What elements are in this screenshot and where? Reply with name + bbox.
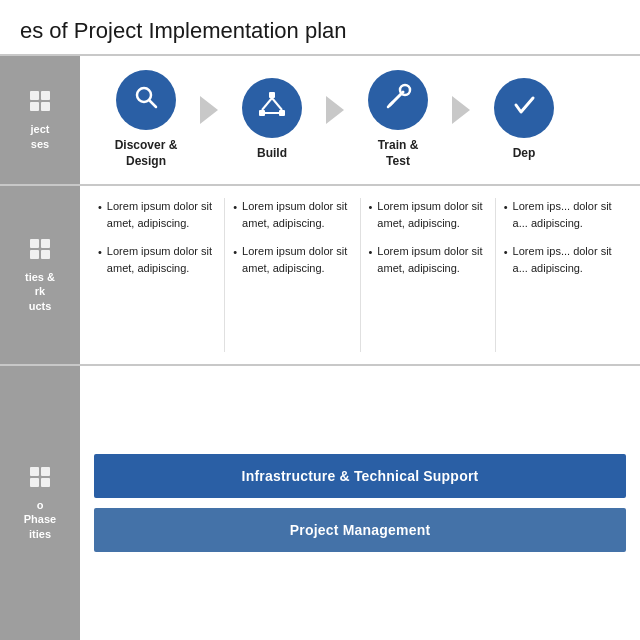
phases-content: Discover &Design bbox=[80, 56, 640, 184]
bullet-text: Lorem ipsum dolor sit amet, adipiscing. bbox=[377, 198, 486, 231]
bullet-dot: • bbox=[504, 244, 508, 276]
pm-banner-text: Project Management bbox=[290, 522, 431, 538]
svg-point-13 bbox=[400, 85, 410, 95]
deliverables-label: ties &rkucts bbox=[0, 186, 80, 364]
row-phases: jectses Discover &Design bbox=[0, 56, 640, 186]
bullet-text: Lorem ips... dolor sit a... adipiscing. bbox=[513, 198, 622, 231]
arrow-2 bbox=[322, 96, 348, 124]
crossphase-content: Infrastructure & Technical Support Proje… bbox=[80, 366, 640, 640]
arrow-1 bbox=[196, 96, 222, 124]
list-item: • Lorem ipsum dolor sit amet, adipiscing… bbox=[233, 243, 351, 276]
svg-rect-19 bbox=[30, 467, 39, 476]
phase-circle-deploy bbox=[494, 78, 554, 138]
arrow-3 bbox=[448, 96, 474, 124]
svg-rect-22 bbox=[41, 478, 50, 487]
svg-rect-20 bbox=[41, 467, 50, 476]
phases-label-text: jectses bbox=[31, 122, 50, 151]
deliverables-label-text: ties &rkucts bbox=[25, 270, 55, 313]
page-container: es of Project Implementation plan jectse… bbox=[0, 0, 640, 640]
bullet-text: Lorem ipsum dolor sit amet, adipiscing. bbox=[242, 198, 351, 231]
bullet-text: Lorem ipsum dolor sit amet, adipiscing. bbox=[242, 243, 351, 276]
svg-rect-15 bbox=[30, 239, 39, 248]
infra-banner-text: Infrastructure & Technical Support bbox=[242, 468, 479, 484]
title-area: es of Project Implementation plan bbox=[0, 0, 640, 54]
phase-discover: Discover &Design bbox=[96, 70, 196, 169]
svg-rect-16 bbox=[41, 239, 50, 248]
svg-rect-1 bbox=[41, 91, 50, 100]
bullet-dot: • bbox=[504, 199, 508, 231]
search-icon bbox=[131, 82, 161, 119]
bullet-text: Lorem ipsum dolor sit amet, adipiscing. bbox=[377, 243, 486, 276]
phases-label: jectses bbox=[0, 56, 80, 184]
network-icon bbox=[257, 90, 287, 127]
crossphase-label-text: oPhaseities bbox=[24, 498, 56, 541]
list-item: • Lorem ipsum dolor sit amet, adipiscing… bbox=[369, 243, 487, 276]
list-item: • Lorem ipsum dolor sit amet, adipiscing… bbox=[233, 198, 351, 231]
bullet-text: Lorem ipsum dolor sit amet, adipiscing. bbox=[107, 243, 216, 276]
crossphase-label-icon bbox=[28, 465, 52, 494]
svg-rect-3 bbox=[41, 102, 50, 111]
svg-line-10 bbox=[272, 98, 282, 110]
arrow-shape-1 bbox=[200, 96, 218, 124]
list-item: • Lorem ipsum dolor sit amet, adipiscing… bbox=[369, 198, 487, 231]
phase-circle-discover bbox=[116, 70, 176, 130]
deliverable-col-1: • Lorem ipsum dolor sit amet, adipiscing… bbox=[90, 198, 225, 352]
deliverable-col-2: • Lorem ipsum dolor sit amet, adipiscing… bbox=[225, 198, 360, 352]
phase-label-build: Build bbox=[257, 146, 287, 162]
arrow-shape-2 bbox=[326, 96, 344, 124]
bullet-text: Lorem ips... dolor sit a... adipiscing. bbox=[513, 243, 622, 276]
phase-label-train: Train &Test bbox=[378, 138, 419, 169]
svg-line-5 bbox=[150, 100, 157, 107]
deliverable-col-3: • Lorem ipsum dolor sit amet, adipiscing… bbox=[361, 198, 496, 352]
page-title: es of Project Implementation plan bbox=[20, 18, 347, 43]
bullet-dot: • bbox=[369, 199, 373, 231]
svg-line-9 bbox=[262, 98, 272, 110]
crossphase-label: oPhaseities bbox=[0, 366, 80, 640]
row-crossphase: oPhaseities Infrastructure & Technical S… bbox=[0, 366, 640, 640]
bullet-text: Lorem ipsum dolor sit amet, adipiscing. bbox=[107, 198, 216, 231]
phase-circle-train bbox=[368, 70, 428, 130]
svg-rect-6 bbox=[269, 92, 275, 98]
phase-circle-build bbox=[242, 78, 302, 138]
bullet-dot: • bbox=[233, 244, 237, 276]
tools-icon bbox=[383, 82, 413, 119]
infra-banner: Infrastructure & Technical Support bbox=[94, 454, 626, 498]
list-item: • Lorem ipsum dolor sit amet, adipiscing… bbox=[98, 243, 216, 276]
deploy-icon bbox=[509, 90, 539, 127]
phase-train: Train &Test bbox=[348, 70, 448, 169]
deliverables-label-icon bbox=[28, 237, 52, 266]
row-deliverables: ties &rkucts • Lorem ipsum dolor sit ame… bbox=[0, 186, 640, 366]
arrow-shape-3 bbox=[452, 96, 470, 124]
deliverables-content: • Lorem ipsum dolor sit amet, adipiscing… bbox=[80, 186, 640, 364]
list-item: • Lorem ips... dolor sit a... adipiscing… bbox=[504, 198, 622, 231]
svg-rect-2 bbox=[30, 102, 39, 111]
phase-label-deploy: Dep bbox=[513, 146, 536, 162]
svg-line-14 bbox=[388, 102, 393, 107]
phase-deploy: Dep bbox=[474, 78, 574, 162]
svg-rect-21 bbox=[30, 478, 39, 487]
bullet-dot: • bbox=[98, 244, 102, 276]
main-grid: jectses Discover &Design bbox=[0, 54, 640, 640]
list-item: • Lorem ipsum dolor sit amet, adipiscing… bbox=[98, 198, 216, 231]
deliverable-col-4: • Lorem ips... dolor sit a... adipiscing… bbox=[496, 198, 630, 352]
bullet-dot: • bbox=[369, 244, 373, 276]
phase-build: Build bbox=[222, 78, 322, 162]
svg-rect-17 bbox=[30, 250, 39, 259]
bullet-dot: • bbox=[233, 199, 237, 231]
pm-banner: Project Management bbox=[94, 508, 626, 552]
phases-label-icon bbox=[28, 89, 52, 118]
svg-rect-18 bbox=[41, 250, 50, 259]
phase-label-discover: Discover &Design bbox=[115, 138, 178, 169]
list-item: • Lorem ips... dolor sit a... adipiscing… bbox=[504, 243, 622, 276]
bullet-dot: • bbox=[98, 199, 102, 231]
svg-rect-0 bbox=[30, 91, 39, 100]
